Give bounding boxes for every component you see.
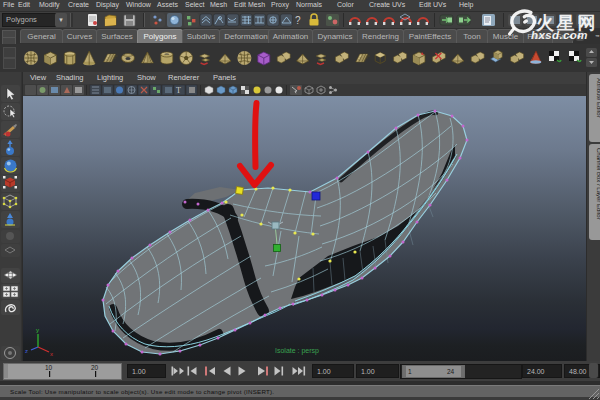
svg-text:?: ? [295,15,301,26]
svg-text:Isolate : persp: Isolate : persp [275,347,319,355]
svg-text:y: y [36,327,39,333]
svg-text:Attribute Editor: Attribute Editor [596,78,600,118]
svg-text:hxsd.com: hxsd.com [531,29,588,41]
svg-text:x: x [50,351,53,357]
svg-text:10: 10 [45,364,53,371]
svg-text:T: T [176,86,181,95]
svg-text:20: 20 [91,364,99,371]
svg-text:Channel Box / Layer Editor: Channel Box / Layer Editor [596,148,600,220]
svg-text:™: ™ [595,34,600,39]
svg-text:z: z [25,348,28,354]
